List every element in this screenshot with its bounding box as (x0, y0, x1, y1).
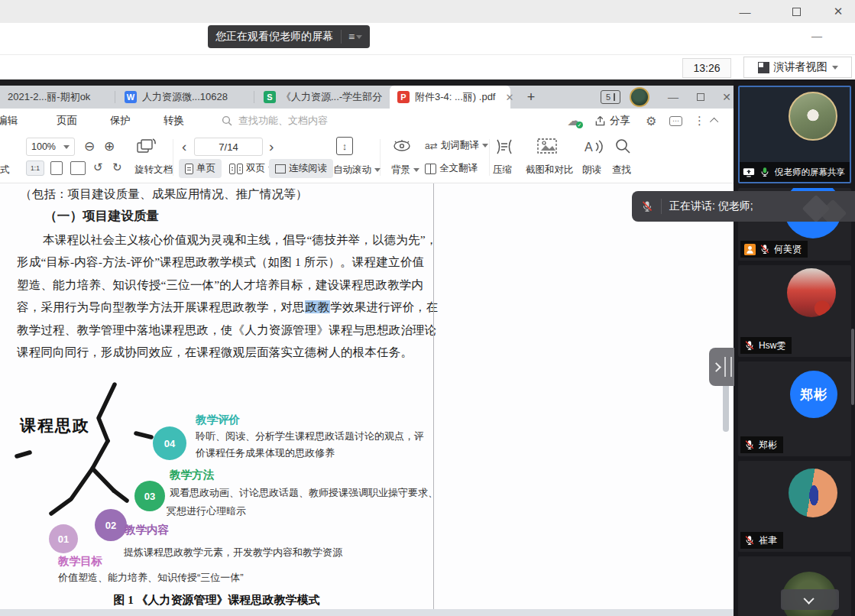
speaking-toast-text: 正在讲话: 倪老师; (669, 199, 753, 213)
read-aloud-label[interactable]: 朗读 (582, 164, 601, 177)
background-icon-button[interactable] (392, 140, 412, 152)
participant-tile-3[interactable]: 郑彬 郑彬 (738, 361, 851, 456)
cloud-sync-button[interactable]: ☁✓ (567, 109, 581, 133)
view-mode-selector[interactable]: 演讲者视图 (743, 57, 852, 78)
page-indicator: 7/14 (219, 141, 238, 153)
doc-paragraph-line: 形成“目标-内容-方法-评价”课程思政教学模式（如图 1 所示）。课程建立价值 (17, 255, 424, 271)
wps-minimize-button[interactable]: — (662, 86, 685, 109)
menu-protect[interactable]: 保护 (110, 109, 131, 133)
page-number-input[interactable]: 7/14 (194, 138, 263, 156)
fit-page-button[interactable] (50, 161, 63, 175)
wps-window-top-edge (0, 79, 734, 86)
fit-width-button[interactable] (70, 161, 86, 175)
window-minimize-button[interactable]: — (728, 0, 762, 23)
restore-icon (697, 93, 704, 101)
tab-close-icon[interactable]: ✕ (505, 92, 513, 103)
participant-tile-2[interactable]: Hsw雯 (738, 265, 851, 357)
full-translate-icon (425, 164, 436, 174)
rotate-right-button[interactable]: ↻ (112, 161, 122, 173)
double-page-button[interactable]: 双页 (229, 162, 274, 175)
screenshot-compare-button[interactable] (536, 137, 558, 155)
prev-page-button[interactable]: ‹ (182, 139, 186, 154)
speaking-toast: 正在讲话: 倪老师; (632, 191, 855, 222)
read-aloud-button[interactable]: A (584, 138, 604, 156)
background-button[interactable]: 背景 (391, 164, 419, 177)
avatar (789, 92, 837, 141)
wps-tab-1[interactable]: W 人力资源微...10628 (117, 86, 251, 109)
doc-paragraph-line: 课程同向同行，形成协同效应，在课程微观层面落实立德树人的根本任务。 (17, 345, 413, 361)
zoom-out-button[interactable]: ⊖ (84, 140, 95, 153)
document-scrollbar-thumb[interactable] (723, 380, 729, 432)
zoom-in-button[interactable]: ⊕ (104, 140, 115, 153)
window-close-button[interactable]: ✕ (821, 0, 855, 23)
tab-separator (115, 91, 115, 103)
zoom-level-select[interactable]: 100% (26, 138, 75, 156)
sidebar-scrollbar-thumb[interactable] (851, 329, 854, 405)
scroll-participants-button[interactable] (781, 589, 839, 610)
double-page-icon (229, 164, 235, 174)
full-translate-button[interactable]: 全文翻译 (425, 162, 478, 175)
wps-tab-2[interactable]: S 《人力资源...-学生部分 (256, 86, 387, 109)
rotate-pages-button[interactable] (134, 137, 157, 157)
tab-title: 《人力资源...-学生部分 (281, 90, 382, 104)
menu-page[interactable]: 页面 (57, 109, 77, 133)
settings-button[interactable]: ⚙ (646, 109, 656, 133)
diagram-body: 冥想进行心理暗示 (167, 504, 246, 518)
diagram-heading-02: 教学内容 (125, 523, 169, 537)
participant-tile-4[interactable]: 崔聿 (738, 461, 851, 552)
wps-tab-3-active[interactable]: P 附件3-4: ...丽) .pdf ✕ (390, 86, 510, 109)
compress-button[interactable] (495, 138, 513, 156)
auto-scroll-button[interactable]: 自动滚动 (333, 164, 381, 177)
search-icon (222, 115, 232, 126)
auto-scroll-icon-button[interactable]: ↕ (336, 137, 353, 155)
chevron-down-icon (804, 593, 815, 604)
screen-watch-banner-text: 您正在观看倪老师的屏幕 (215, 30, 333, 44)
sidebar-collapse-handle[interactable] (709, 348, 734, 386)
share-button[interactable]: 分享 (594, 109, 630, 133)
meeting-clock: 13:26 (682, 58, 731, 78)
banner-menu-button[interactable]: ≡ (341, 30, 362, 44)
selection-highlight: 政教 (305, 300, 330, 313)
screen-watch-banner: 您正在观看倪老师的屏幕 ≡ (208, 25, 370, 48)
participant-tile-screen-share[interactable]: 倪老师的屏幕共享 (738, 86, 851, 183)
translate-icon: a⇄ (425, 141, 438, 151)
wps-account-avatar[interactable] (630, 87, 649, 107)
doc-paragraph-line: 塑造、能力培养、知识传授“三位一体”的人才培养目标，建设课程思政教学内 (17, 277, 423, 293)
menu-convert[interactable]: 转换 (164, 109, 184, 133)
mic-muted-icon (744, 535, 755, 546)
avatar (789, 468, 837, 517)
doc-paragraph-line: 容，采用行为导向型教学方法开展课程思政教学，对思政教学效果进行评价，在 (17, 300, 439, 316)
tab-list-button[interactable]: 5 (601, 90, 620, 104)
continuous-read-button[interactable]: 连续阅读 (269, 159, 333, 178)
next-page-button[interactable]: › (269, 139, 274, 154)
comment-button[interactable]: ⋯ (669, 109, 682, 133)
panel-minimize-button[interactable]: — (807, 31, 827, 41)
collapse-ribbon-button[interactable] (712, 109, 718, 133)
toolbar-separator (489, 139, 490, 176)
find-label[interactable]: 查找 (612, 164, 631, 177)
new-tab-button[interactable]: + (521, 87, 541, 107)
find-button[interactable] (614, 138, 631, 154)
pdf-canvas[interactable]: （包括：项目建设质量、成果应用情况、推广情况等） （一）项目建设质量 本课程以社… (0, 183, 734, 616)
doc-paragraph-line: 教学过程、教学管理中落地课程思政，使《人力资源管理》课程与思想政治理论 (17, 323, 437, 339)
more-menu-button[interactable]: ⋮ (694, 109, 705, 133)
actual-size-button[interactable]: 1:1 (26, 160, 44, 176)
screenshot-compare-label[interactable]: 截图和对比 (526, 164, 574, 177)
page-right-edge (433, 183, 434, 609)
doc-heading: （一）项目建设质量 (44, 208, 159, 225)
compress-label[interactable]: 压缩 (493, 164, 512, 177)
menu-edit[interactable]: 编辑 (0, 109, 18, 133)
tab-icon-3: P (397, 91, 410, 103)
single-page-button[interactable]: 单页 (179, 159, 222, 178)
rotate-left-button[interactable]: ↺ (93, 161, 103, 173)
window-maximize-button[interactable] (779, 0, 813, 23)
tab-title: 人力资源微...10628 (142, 90, 228, 104)
wps-tab-0[interactable]: 2021-2...丽-期初ok (0, 86, 113, 109)
wps-restore-button[interactable] (689, 86, 712, 109)
mic-on-icon (759, 167, 770, 177)
single-page-icon (185, 164, 193, 174)
wps-search-input[interactable]: 查找功能、文档内容 (222, 109, 328, 133)
word-translate-button[interactable]: a⇄ 划词翻译 (425, 139, 488, 152)
rotate-doc-button[interactable]: 旋转文档 (134, 164, 173, 177)
screen: — ✕ 您正在观看倪老师的屏幕 ≡ 13:26 演讲者视图 — 2021-2..… (0, 0, 855, 616)
